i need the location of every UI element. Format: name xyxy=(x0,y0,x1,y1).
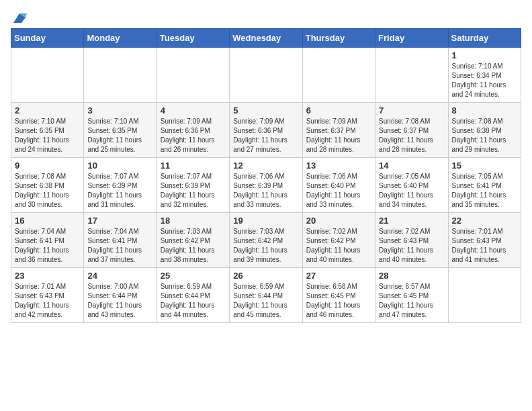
day-info: Sunrise: 6:59 AM Sunset: 6:44 PM Dayligh… xyxy=(233,282,298,320)
day-info: Sunrise: 7:07 AM Sunset: 6:39 PM Dayligh… xyxy=(161,172,226,210)
calendar-cell: 19Sunrise: 7:03 AM Sunset: 6:42 PM Dayli… xyxy=(230,213,302,268)
day-number: 17 xyxy=(87,216,152,226)
calendar-cell: 2Sunrise: 7:10 AM Sunset: 6:35 PM Daylig… xyxy=(11,103,84,158)
calendar-cell: 4Sunrise: 7:09 AM Sunset: 6:36 PM Daylig… xyxy=(157,103,229,158)
calendar-week-2: 9Sunrise: 7:08 AM Sunset: 6:38 PM Daylig… xyxy=(11,158,521,213)
day-number: 14 xyxy=(379,161,444,171)
calendar-header-saturday: Saturday xyxy=(448,29,521,48)
calendar-week-1: 2Sunrise: 7:10 AM Sunset: 6:35 PM Daylig… xyxy=(11,103,521,158)
day-info: Sunrise: 7:00 AM Sunset: 6:44 PM Dayligh… xyxy=(87,282,152,320)
calendar-cell xyxy=(302,48,375,103)
calendar-cell: 23Sunrise: 7:01 AM Sunset: 6:43 PM Dayli… xyxy=(11,268,84,323)
calendar-cell: 10Sunrise: 7:07 AM Sunset: 6:39 PM Dayli… xyxy=(84,158,157,213)
calendar-cell: 22Sunrise: 7:01 AM Sunset: 6:43 PM Dayli… xyxy=(448,213,521,268)
day-number: 16 xyxy=(15,216,80,226)
day-info: Sunrise: 7:08 AM Sunset: 6:37 PM Dayligh… xyxy=(379,117,444,154)
logo xyxy=(11,11,27,23)
day-number: 12 xyxy=(233,161,298,171)
calendar-cell: 26Sunrise: 6:59 AM Sunset: 6:44 PM Dayli… xyxy=(230,268,302,323)
day-number: 8 xyxy=(452,105,517,116)
calendar-header-wednesday: Wednesday xyxy=(230,29,302,48)
day-number: 5 xyxy=(233,105,298,116)
day-info: Sunrise: 7:07 AM Sunset: 6:39 PM Dayligh… xyxy=(87,172,152,210)
calendar-cell xyxy=(448,268,521,323)
day-info: Sunrise: 7:05 AM Sunset: 6:41 PM Dayligh… xyxy=(452,172,517,210)
day-info: Sunrise: 7:04 AM Sunset: 6:41 PM Dayligh… xyxy=(15,227,80,265)
day-info: Sunrise: 7:06 AM Sunset: 6:39 PM Dayligh… xyxy=(233,172,298,210)
day-number: 28 xyxy=(379,271,444,281)
calendar-cell: 8Sunrise: 7:08 AM Sunset: 6:38 PM Daylig… xyxy=(448,103,521,158)
calendar-cell: 7Sunrise: 7:08 AM Sunset: 6:37 PM Daylig… xyxy=(375,103,448,158)
day-number: 2 xyxy=(15,105,80,116)
calendar-header-thursday: Thursday xyxy=(302,29,375,48)
day-number: 15 xyxy=(452,161,517,171)
calendar-cell: 25Sunrise: 6:59 AM Sunset: 6:44 PM Dayli… xyxy=(157,268,229,323)
calendar-cell: 20Sunrise: 7:02 AM Sunset: 6:42 PM Dayli… xyxy=(302,213,375,268)
day-info: Sunrise: 7:06 AM Sunset: 6:40 PM Dayligh… xyxy=(306,172,371,210)
day-info: Sunrise: 7:09 AM Sunset: 6:37 PM Dayligh… xyxy=(306,117,371,154)
calendar-header-sunday: Sunday xyxy=(11,29,84,48)
day-info: Sunrise: 6:59 AM Sunset: 6:44 PM Dayligh… xyxy=(161,282,226,320)
calendar-cell: 27Sunrise: 6:58 AM Sunset: 6:45 PM Dayli… xyxy=(302,268,375,323)
day-number: 1 xyxy=(452,50,517,60)
logo-icon xyxy=(12,11,27,26)
calendar-cell: 6Sunrise: 7:09 AM Sunset: 6:37 PM Daylig… xyxy=(302,103,375,158)
calendar-cell: 11Sunrise: 7:07 AM Sunset: 6:39 PM Dayli… xyxy=(157,158,229,213)
calendar: SundayMondayTuesdayWednesdayThursdayFrid… xyxy=(11,28,521,323)
calendar-cell: 14Sunrise: 7:05 AM Sunset: 6:40 PM Dayli… xyxy=(375,158,448,213)
day-number: 9 xyxy=(15,161,80,171)
calendar-cell xyxy=(375,48,448,103)
day-number: 11 xyxy=(161,161,226,171)
day-info: Sunrise: 7:09 AM Sunset: 6:36 PM Dayligh… xyxy=(233,117,298,154)
day-info: Sunrise: 6:57 AM Sunset: 6:45 PM Dayligh… xyxy=(379,282,444,320)
day-number: 10 xyxy=(87,161,152,171)
calendar-cell: 1Sunrise: 7:10 AM Sunset: 6:34 PM Daylig… xyxy=(448,48,521,103)
day-number: 4 xyxy=(161,105,226,116)
calendar-cell: 3Sunrise: 7:10 AM Sunset: 6:35 PM Daylig… xyxy=(84,103,157,158)
calendar-cell: 17Sunrise: 7:04 AM Sunset: 6:41 PM Dayli… xyxy=(84,213,157,268)
calendar-cell: 9Sunrise: 7:08 AM Sunset: 6:38 PM Daylig… xyxy=(11,158,84,213)
calendar-cell: 21Sunrise: 7:02 AM Sunset: 6:43 PM Dayli… xyxy=(375,213,448,268)
day-info: Sunrise: 7:10 AM Sunset: 6:35 PM Dayligh… xyxy=(87,117,152,154)
day-number: 7 xyxy=(379,105,444,116)
calendar-cell xyxy=(11,48,84,103)
day-info: Sunrise: 7:02 AM Sunset: 6:43 PM Dayligh… xyxy=(379,227,444,265)
calendar-cell: 24Sunrise: 7:00 AM Sunset: 6:44 PM Dayli… xyxy=(84,268,157,323)
calendar-header-tuesday: Tuesday xyxy=(157,29,229,48)
day-number: 26 xyxy=(233,271,298,281)
calendar-cell: 5Sunrise: 7:09 AM Sunset: 6:36 PM Daylig… xyxy=(230,103,302,158)
day-info: Sunrise: 7:05 AM Sunset: 6:40 PM Dayligh… xyxy=(379,172,444,210)
day-number: 27 xyxy=(306,271,371,281)
day-number: 24 xyxy=(87,271,152,281)
calendar-cell: 12Sunrise: 7:06 AM Sunset: 6:39 PM Dayli… xyxy=(230,158,302,213)
day-info: Sunrise: 7:08 AM Sunset: 6:38 PM Dayligh… xyxy=(15,172,80,210)
calendar-cell xyxy=(157,48,229,103)
day-number: 20 xyxy=(306,216,371,226)
day-number: 25 xyxy=(161,271,226,281)
header xyxy=(11,11,521,23)
calendar-cell: 15Sunrise: 7:05 AM Sunset: 6:41 PM Dayli… xyxy=(448,158,521,213)
calendar-week-3: 16Sunrise: 7:04 AM Sunset: 6:41 PM Dayli… xyxy=(11,213,521,268)
day-number: 21 xyxy=(379,216,444,226)
calendar-cell xyxy=(84,48,157,103)
day-info: Sunrise: 7:09 AM Sunset: 6:36 PM Dayligh… xyxy=(161,117,226,154)
day-info: Sunrise: 7:01 AM Sunset: 6:43 PM Dayligh… xyxy=(452,227,517,265)
day-info: Sunrise: 7:08 AM Sunset: 6:38 PM Dayligh… xyxy=(452,117,517,154)
day-number: 19 xyxy=(233,216,298,226)
calendar-week-0: 1Sunrise: 7:10 AM Sunset: 6:34 PM Daylig… xyxy=(11,48,521,103)
day-info: Sunrise: 7:10 AM Sunset: 6:35 PM Dayligh… xyxy=(15,117,80,154)
calendar-cell xyxy=(230,48,302,103)
day-info: Sunrise: 7:04 AM Sunset: 6:41 PM Dayligh… xyxy=(87,227,152,265)
calendar-cell: 13Sunrise: 7:06 AM Sunset: 6:40 PM Dayli… xyxy=(302,158,375,213)
day-info: Sunrise: 7:02 AM Sunset: 6:42 PM Dayligh… xyxy=(306,227,371,265)
calendar-header-monday: Monday xyxy=(84,29,157,48)
day-info: Sunrise: 7:03 AM Sunset: 6:42 PM Dayligh… xyxy=(233,227,298,265)
day-info: Sunrise: 7:03 AM Sunset: 6:42 PM Dayligh… xyxy=(161,227,226,265)
day-info: Sunrise: 6:58 AM Sunset: 6:45 PM Dayligh… xyxy=(306,282,371,320)
calendar-header-friday: Friday xyxy=(375,29,448,48)
day-number: 22 xyxy=(452,216,517,226)
day-info: Sunrise: 7:10 AM Sunset: 6:34 PM Dayligh… xyxy=(452,62,517,99)
calendar-cell: 18Sunrise: 7:03 AM Sunset: 6:42 PM Dayli… xyxy=(157,213,229,268)
calendar-cell: 28Sunrise: 6:57 AM Sunset: 6:45 PM Dayli… xyxy=(375,268,448,323)
day-info: Sunrise: 7:01 AM Sunset: 6:43 PM Dayligh… xyxy=(15,282,80,320)
